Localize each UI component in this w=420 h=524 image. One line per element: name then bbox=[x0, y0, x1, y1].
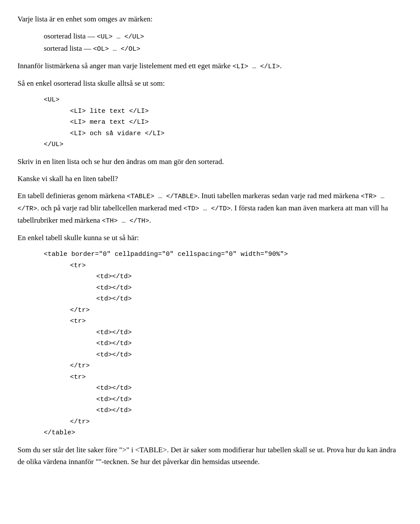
paragraph-8: Som du ser står det lite saker före ">" … bbox=[18, 444, 402, 468]
paragraph-2: Innanför listmärkena så anger man varje … bbox=[18, 60, 402, 72]
paragraph-5: Kanske vi skall ha en liten tabell? bbox=[18, 173, 402, 185]
paragraph-1: Varje lista är en enhet som omges av mär… bbox=[18, 13, 402, 25]
paragraph-4: Skriv in en liten lista och se hur den ä… bbox=[18, 156, 402, 168]
code-example-2: <table border="0" cellpadding="0" cellsp… bbox=[18, 249, 402, 439]
main-content: Varje lista är en enhet som omges av mär… bbox=[18, 13, 402, 468]
code-example-1: <UL> <LI> lite text </LI> <LI> mera text… bbox=[18, 94, 402, 150]
list-description: osorterad lista — <UL> … </UL> sorterad … bbox=[18, 30, 402, 55]
paragraph-7: En enkel tabell skulle kunna se ut så hä… bbox=[18, 232, 402, 244]
paragraph-3: Så en enkel osorterad lista skulle allts… bbox=[18, 77, 402, 89]
paragraph-6: En tabell definieras genom märkena <TABL… bbox=[18, 190, 402, 227]
